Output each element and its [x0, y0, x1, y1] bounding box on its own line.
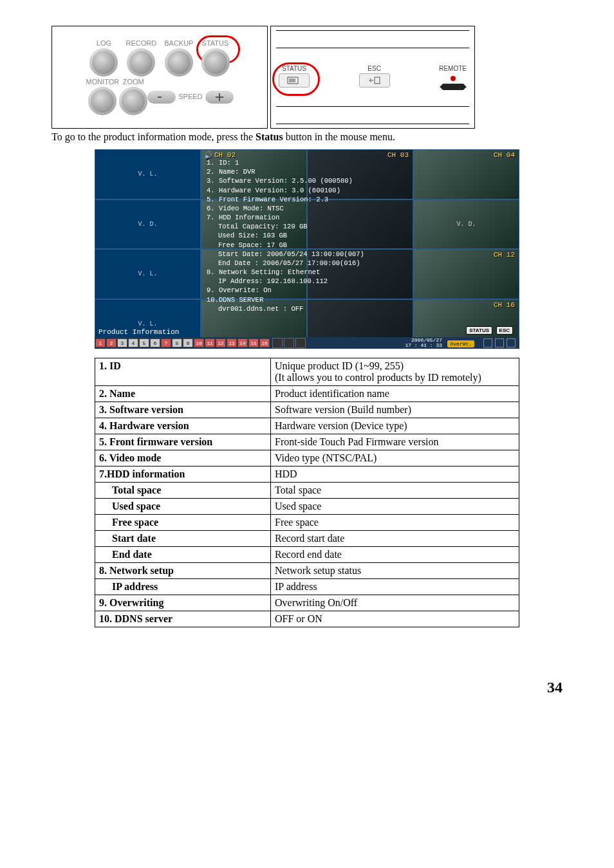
- table-value-cell: Free space: [271, 515, 519, 531]
- status-button-tag[interactable]: STATUS: [466, 326, 492, 335]
- esc-button-tag[interactable]: ESC: [496, 326, 513, 335]
- dial-label: ZOOM: [123, 78, 144, 86]
- table-label-cell: 6. Video mode: [95, 450, 271, 466]
- table-value-cell: Front-side Touch Pad Firmware version: [271, 434, 519, 450]
- speed-minus-icon: [147, 91, 176, 104]
- caption-pre: To go to the product information mode, p…: [51, 131, 256, 142]
- esc-button-icon: [359, 73, 390, 88]
- ir-sensor-icon: [442, 84, 465, 90]
- table-row: 8. Network setupNetwork setup status: [95, 563, 519, 579]
- dial-knob-icon: [165, 48, 193, 77]
- channel-label: CH 04: [494, 151, 515, 159]
- table-label-cell: 2. Name: [95, 386, 271, 402]
- table-row: 2. NameProduct identification name: [95, 386, 519, 402]
- dial-knob-icon: [88, 87, 116, 115]
- grid-icon: [272, 338, 283, 348]
- ch-indicator: 4: [128, 338, 138, 347]
- table-value-cell: Overwriting On/Off: [271, 595, 519, 611]
- table-label-cell: IP address: [95, 579, 271, 595]
- table-label-cell: End date: [95, 547, 271, 563]
- page-number: 34: [51, 679, 563, 696]
- monitor-icon: [483, 338, 492, 347]
- overwrite-tag: OverWt.: [447, 340, 474, 347]
- table-row: Start dateRecord start date: [95, 531, 519, 547]
- table-label-cell: Used space: [95, 499, 271, 515]
- dial-monitor: MONITOR: [86, 78, 119, 115]
- dial-label: MONITOR: [86, 78, 119, 86]
- product-info-text-panel: 1. ID: 1 2. Name: DVR 3. Software Versio…: [203, 156, 418, 316]
- datetime-display: 2006/05/27 17 : 41 : 33: [405, 338, 442, 348]
- info-line: 10.DDNS SERVER: [207, 295, 414, 304]
- table-row: 1. IDUnique product ID (1~99, 255)(It al…: [95, 358, 519, 386]
- table-row: Free spaceFree space: [95, 515, 519, 531]
- ch-indicator: 16: [259, 338, 270, 347]
- table-label-cell: 1. ID: [95, 358, 271, 386]
- remote-esc-button: ESC: [359, 65, 390, 88]
- info-subline: Total Capacity: 120 GB: [207, 222, 414, 231]
- table-row: IP addressIP address: [95, 579, 519, 595]
- info-subline: IP Address: 192.168.100.112: [207, 277, 414, 286]
- channel-cell: V. L.: [95, 149, 201, 199]
- ch-indicator: 12: [216, 338, 226, 347]
- table-row: End dateRecord end date: [95, 547, 519, 563]
- info-line: 8. Network Setting: Ethernet: [207, 268, 414, 277]
- info-line: 6. Video Mode: NTSC: [207, 204, 414, 213]
- ch-indicator: 8: [172, 338, 182, 347]
- ch-indicator: 13: [227, 338, 237, 347]
- channel-label: CH 12: [494, 251, 515, 259]
- remote-label: ESC: [367, 65, 381, 72]
- channel-cell: CH 04: [413, 149, 519, 199]
- table-label-cell: 3. Software version: [95, 402, 271, 418]
- table-label-cell: 8. Network setup: [95, 563, 271, 579]
- table-value-cell: Total space: [271, 483, 519, 499]
- grid-icon: [295, 338, 306, 348]
- dial-label: LOG: [97, 39, 111, 47]
- product-info-screenshot: V. L. 🔊CH 02 CH 03 CH 04 V. D. V. D. V. …: [95, 149, 519, 349]
- info-line: 4. Hardware Version: 3.0 (600100): [207, 186, 414, 195]
- info-subline: Free Space: 17 GB: [207, 241, 414, 250]
- top-figure-row: LOG RECORD BACKUP STATUS: [51, 26, 563, 129]
- table-value-cell: Hardware version (Device type): [271, 418, 519, 434]
- channel-cell: CH 12: [413, 249, 519, 299]
- table-value-cell: Video type (NTSC/PAL): [271, 450, 519, 466]
- table-label-cell: 7.HDD information: [95, 466, 271, 483]
- disk-icon: [507, 338, 516, 347]
- ch-indicator: 11: [205, 338, 215, 347]
- ch-indicator: 1: [95, 338, 106, 347]
- ch-indicator: 14: [237, 338, 248, 347]
- table-label-cell: 10. DDNS server: [95, 611, 271, 627]
- video-loss-label: V. L.: [138, 270, 157, 277]
- divider: [276, 30, 469, 31]
- table-value-cell: Network setup status: [271, 563, 519, 579]
- table-value-cell: HDD: [271, 466, 519, 483]
- divider: [276, 106, 469, 107]
- remote-status-button: STATUS: [279, 65, 310, 88]
- table-row: Used spaceUsed space: [95, 499, 519, 515]
- ch-indicator: 9: [183, 338, 193, 347]
- remote-label: STATUS: [282, 65, 306, 72]
- ch-indicator: 3: [117, 338, 127, 347]
- table-value-cell: Used space: [271, 499, 519, 515]
- info-line: 1. ID: 1: [207, 158, 414, 167]
- table-row: 3. Software versionSoftware version (Bui…: [95, 402, 519, 418]
- ch-indicator: 7: [161, 338, 171, 347]
- info-subline: Used Size: 103 GB: [207, 231, 414, 240]
- network-icon: [495, 338, 504, 347]
- table-row: 10. DDNS serverOFF or ON: [95, 611, 519, 627]
- table-label-cell: Free space: [95, 515, 271, 531]
- video-detect-label: V. D.: [138, 221, 157, 228]
- remote-figure: STATUS ESC REMOTE: [270, 26, 475, 129]
- table-value-cell: Record end date: [271, 547, 519, 563]
- dial-status: STATUS: [201, 39, 230, 77]
- dial-label: STATUS: [202, 39, 229, 47]
- table-row: Total spaceTotal space: [95, 483, 519, 499]
- ch-indicator: 5: [139, 338, 149, 347]
- info-line: 5. Front Firmware Version: 2.3: [207, 195, 414, 204]
- info-subline: End Date : 2006/05/27 17:00:00(016): [207, 259, 414, 268]
- dial-label: SPEED: [178, 93, 202, 100]
- status-button-icon: [279, 73, 310, 88]
- caption-bold: Status: [256, 131, 283, 142]
- table-row: 6. Video modeVideo type (NTSC/PAL): [95, 450, 519, 466]
- product-info-table: 1. IDUnique product ID (1~99, 255)(It al…: [95, 358, 519, 627]
- remote-label: REMOTE: [439, 65, 467, 72]
